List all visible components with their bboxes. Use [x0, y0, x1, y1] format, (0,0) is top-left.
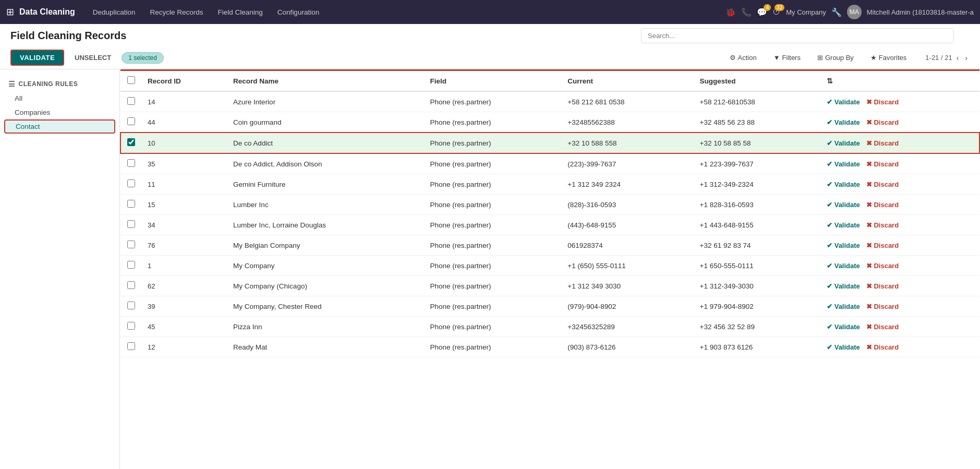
row-discard-button[interactable]: ✖ Discard — [866, 323, 899, 331]
row-discard-button[interactable]: ✖ Discard — [866, 139, 899, 147]
nav-deduplication[interactable]: Deduplication — [86, 0, 143, 24]
apps-icon[interactable]: ⊞ — [6, 6, 14, 18]
next-page-button[interactable]: › — [963, 53, 970, 63]
row-checkbox-cell[interactable] — [120, 91, 141, 112]
clock-badge: 32 — [775, 4, 784, 11]
header-field[interactable]: Field — [424, 70, 562, 92]
cell-actions: ✔ Validate ✖ Discard — [820, 112, 979, 133]
select-all-checkbox[interactable] — [127, 76, 135, 84]
header-suggested[interactable]: Suggested — [694, 70, 821, 92]
nav-username: Mitchell Admin (18103818-master-a — [867, 8, 974, 16]
prev-page-button[interactable]: ‹ — [954, 53, 961, 63]
row-checkbox-cell[interactable] — [120, 235, 141, 256]
cell-id: 45 — [141, 317, 227, 337]
row-discard-button[interactable]: ✖ Discard — [866, 242, 899, 249]
row-validate-button[interactable]: ✔ Validate — [827, 303, 860, 310]
row-checkbox-cell[interactable] — [120, 337, 141, 357]
row-checkbox-cell[interactable] — [120, 153, 141, 174]
avatar[interactable]: MA — [847, 5, 862, 19]
nav-right: 🐞 📞 💬4 ⏱32 My Company 🔧 MA Mitchell Admi… — [725, 5, 974, 19]
row-validate-button[interactable]: ✔ Validate — [827, 181, 860, 188]
row-validate-button[interactable]: ✔ Validate — [827, 262, 860, 270]
nav-field-cleaning[interactable]: Field Cleaning — [211, 0, 270, 24]
row-validate-button[interactable]: ✔ Validate — [827, 98, 860, 106]
chat-icon[interactable]: 💬4 — [757, 7, 767, 17]
row-checkbox[interactable] — [127, 261, 135, 269]
row-checkbox[interactable] — [127, 220, 135, 228]
row-checkbox[interactable] — [127, 281, 135, 289]
clock-icon[interactable]: ⏱32 — [772, 7, 781, 17]
unselect-button[interactable]: UNSELECT — [68, 51, 117, 65]
cell-name: My Company (Chicago) — [227, 276, 424, 296]
action-button[interactable]: ⚙ Action — [725, 52, 761, 64]
row-checkbox[interactable] — [127, 302, 135, 309]
row-validate-button[interactable]: ✔ Validate — [827, 282, 860, 290]
nav-recycle-records[interactable]: Recycle Records — [143, 0, 211, 24]
nav-configuration[interactable]: Configuration — [270, 0, 326, 24]
row-validate-button[interactable]: ✔ Validate — [827, 221, 860, 229]
row-checkbox-cell[interactable] — [120, 133, 141, 153]
row-checkbox[interactable] — [127, 138, 135, 146]
row-checkbox[interactable] — [127, 240, 135, 248]
row-checkbox[interactable] — [127, 322, 135, 330]
bug-icon[interactable]: 🐞 — [725, 7, 736, 17]
row-discard-button[interactable]: ✖ Discard — [866, 201, 899, 209]
group-by-button[interactable]: ⊞ Group By — [813, 52, 858, 64]
row-checkbox-cell[interactable] — [120, 276, 141, 296]
tools-icon[interactable]: 🔧 — [831, 7, 842, 17]
table-row: 76My Belgian CompanyPhone (res.partner)0… — [120, 235, 979, 256]
row-checkbox[interactable] — [127, 117, 135, 125]
row-discard-button[interactable]: ✖ Discard — [866, 343, 899, 351]
header-current[interactable]: Current — [561, 70, 693, 92]
validate-button[interactable]: VALIDATE — [10, 50, 64, 66]
row-checkbox-cell[interactable] — [120, 195, 141, 215]
row-discard-button[interactable]: ✖ Discard — [866, 221, 899, 229]
row-discard-button[interactable]: ✖ Discard — [866, 282, 899, 290]
row-discard-button[interactable]: ✖ Discard — [866, 181, 899, 188]
sidebar-item-contact[interactable]: Contact — [4, 119, 115, 134]
search-input[interactable] — [641, 28, 954, 43]
table-row: 45Pizza InnPhone (res.partner)+324563252… — [120, 317, 979, 337]
row-checkbox[interactable] — [127, 342, 135, 350]
row-checkbox-cell[interactable] — [120, 174, 141, 195]
row-checkbox[interactable] — [127, 159, 135, 167]
row-validate-button[interactable]: ✔ Validate — [827, 323, 860, 331]
row-validate-button[interactable]: ✔ Validate — [827, 118, 860, 126]
row-checkbox[interactable] — [127, 179, 135, 187]
row-validate-button[interactable]: ✔ Validate — [827, 201, 860, 209]
header-record-name[interactable]: Record Name — [227, 70, 424, 92]
filters-button[interactable]: ▼ Filters — [769, 52, 805, 64]
cell-suggested: +1 312-349-2324 — [694, 174, 821, 195]
column-filter-icon[interactable]: ⇅ — [827, 77, 833, 85]
favorites-button[interactable]: ★ Favorites — [866, 52, 911, 64]
row-checkbox-cell[interactable] — [120, 112, 141, 133]
sidebar-item-all[interactable]: All — [0, 91, 119, 105]
row-discard-button[interactable]: ✖ Discard — [866, 160, 899, 168]
cell-name: De co Addict, Addison Olson — [227, 153, 424, 174]
row-checkbox[interactable] — [127, 200, 135, 208]
row-validate-button[interactable]: ✔ Validate — [827, 139, 860, 147]
page-header: Field Cleaning Records VALIDATE UNSELECT… — [0, 24, 980, 69]
table-row: 12Ready MatPhone (res.partner)(903) 873-… — [120, 337, 979, 357]
hamburger-icon: ☰ — [8, 80, 16, 88]
table-row: 14Azure InteriorPhone (res.partner)+58 2… — [120, 91, 979, 112]
header-checkbox-cell[interactable] — [120, 70, 141, 92]
row-checkbox-cell[interactable] — [120, 296, 141, 317]
row-validate-button[interactable]: ✔ Validate — [827, 343, 860, 351]
row-checkbox[interactable] — [127, 97, 135, 105]
row-validate-button[interactable]: ✔ Validate — [827, 242, 860, 249]
cell-id: 10 — [141, 133, 227, 153]
row-discard-button[interactable]: ✖ Discard — [866, 262, 899, 270]
sidebar-item-companies[interactable]: Companies — [0, 105, 119, 119]
cell-name: My Belgian Company — [227, 235, 424, 256]
row-checkbox-cell[interactable] — [120, 317, 141, 337]
row-checkbox-cell[interactable] — [120, 256, 141, 276]
row-discard-button[interactable]: ✖ Discard — [866, 303, 899, 310]
row-validate-button[interactable]: ✔ Validate — [827, 160, 860, 168]
phone-icon[interactable]: 📞 — [741, 7, 752, 17]
header-record-id[interactable]: Record ID — [141, 70, 227, 92]
row-discard-button[interactable]: ✖ Discard — [866, 98, 899, 106]
row-checkbox-cell[interactable] — [120, 215, 141, 235]
row-discard-button[interactable]: ✖ Discard — [866, 118, 899, 126]
table-row: 34Lumber Inc, Lorraine DouglasPhone (res… — [120, 215, 979, 235]
